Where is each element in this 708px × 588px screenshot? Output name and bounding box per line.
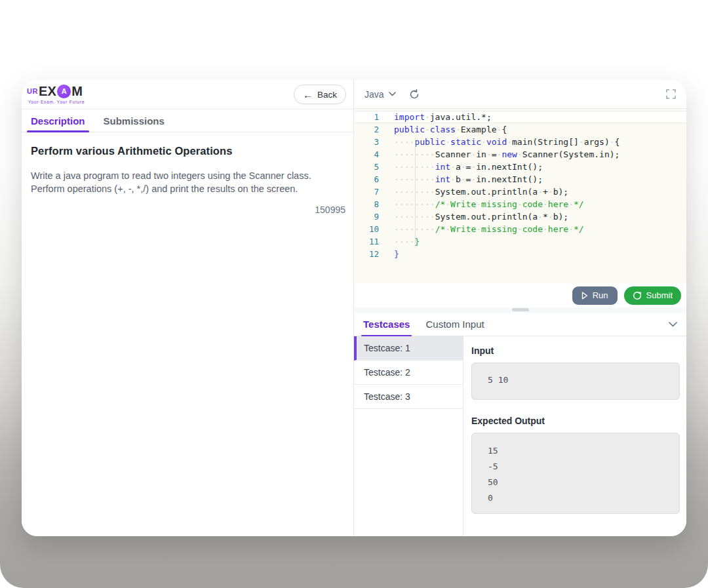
play-icon: [581, 292, 588, 300]
expected-output-line: 0: [488, 490, 663, 506]
line-number: 3: [354, 136, 379, 148]
expected-output-label: Expected Output: [471, 416, 680, 426]
reset-code-button[interactable]: [409, 89, 420, 100]
line-content: public·class·Example·{: [379, 123, 507, 136]
chevron-down-icon: [669, 322, 677, 327]
line-content: ········System.out.println(a·*·b);: [379, 210, 568, 223]
line-content: ········/*·Write·missing·code·here·*/: [379, 198, 584, 210]
code-line[interactable]: 1import·java.util.*;: [354, 111, 686, 123]
line-number: 5: [354, 161, 379, 173]
run-button-label: Run: [593, 290, 608, 300]
line-number: 8: [354, 198, 379, 210]
logo-ex-text: EX: [39, 85, 56, 98]
line-content: ········int·a·=·in.nextInt();: [379, 161, 543, 173]
line-content: ········/*·Write·missing·code·here·*/: [379, 223, 584, 235]
code-line[interactable]: 3····public·static·void·main(String[]·ar…: [354, 136, 686, 148]
code-line[interactable]: 6········int·b·=·in.nextInt();: [354, 173, 686, 186]
input-value: 5 10: [488, 375, 508, 385]
submit-button-label: Submit: [646, 290, 673, 300]
submit-button[interactable]: Submit: [624, 286, 681, 305]
expected-output-line: 50: [488, 475, 663, 490]
code-line[interactable]: 11····}: [354, 235, 686, 248]
line-content: ········int·b·=·in.nextInt();: [379, 173, 543, 186]
line-number: 4: [354, 148, 379, 161]
panel-resizer-handle[interactable]: [354, 307, 686, 313]
code-editor[interactable]: 1import·java.util.*;2public·class·Exampl…: [354, 109, 686, 283]
run-button[interactable]: Run: [572, 286, 618, 305]
logo-tagline: Your Exam. Your Future: [28, 100, 85, 105]
testcase-tabs: Testcases Custom Input: [354, 313, 686, 336]
chevron-down-icon: [389, 92, 396, 96]
editor-actions: Run Submit: [354, 283, 686, 307]
fullscreen-button[interactable]: [666, 89, 676, 99]
tab-submissions[interactable]: Submissions: [104, 109, 165, 132]
line-number: 11: [354, 235, 379, 248]
left-header: UR EX A+ M Your Exam. Your Future ← Back: [22, 80, 353, 109]
expected-output-line: 15: [488, 443, 663, 459]
drag-handle-icon: [512, 308, 529, 311]
problem-tabs: Description Submissions: [22, 109, 353, 132]
line-content: import·java.util.*;: [379, 111, 492, 123]
testcase-detail: Input 5 10 Expected Output 15 -5 50 0: [463, 336, 686, 536]
code-line[interactable]: 7········System.out.println(a·+·b);: [354, 186, 686, 198]
line-number: 6: [354, 173, 379, 186]
app-card: UR EX A+ M Your Exam. Your Future ← Back…: [22, 80, 686, 536]
line-content: }: [379, 248, 399, 260]
editor-panel: Java 1import·java.: [354, 80, 686, 536]
problem-panel: UR EX A+ M Your Exam. Your Future ← Back…: [22, 80, 354, 536]
code-line[interactable]: 9········System.out.println(a·*·b);: [354, 210, 686, 223]
page-background: UR EX A+ M Your Exam. Your Future ← Back…: [0, 0, 708, 588]
reset-icon: [409, 89, 420, 100]
language-select-value: Java: [364, 89, 384, 100]
input-value-box: 5 10: [471, 363, 680, 400]
problem-description: Write a java program to read two integer…: [31, 169, 345, 195]
input-label: Input: [471, 345, 680, 356]
logo-a-badge: A+: [57, 85, 71, 98]
back-arrow-icon: ←: [303, 90, 313, 100]
line-number: 10: [354, 223, 379, 235]
expected-output-box: 15 -5 50 0: [471, 433, 680, 514]
collapse-panel-button[interactable]: [669, 322, 677, 327]
code-lines: 1import·java.util.*;2public·class·Exampl…: [354, 111, 686, 260]
testcase-item-2[interactable]: Testcase: 2: [354, 361, 463, 385]
line-number: 1: [354, 111, 379, 123]
line-number: 7: [354, 186, 379, 198]
code-line[interactable]: 5········int·a·=·in.nextInt();: [354, 161, 686, 173]
tab-testcases[interactable]: Testcases: [363, 313, 410, 336]
logo-m-text: M: [71, 85, 83, 98]
line-number: 12: [354, 248, 379, 260]
back-button-label: Back: [317, 90, 337, 100]
logo-ur-text: UR: [27, 88, 38, 95]
testcase-item-1[interactable]: Testcase: 1: [354, 336, 463, 361]
line-number: 9: [354, 210, 379, 223]
submit-icon: [633, 291, 642, 300]
testcase-section: Testcase: 1 Testcase: 2 Testcase: 3 Inpu…: [354, 336, 686, 536]
language-select[interactable]: Java: [364, 89, 396, 100]
code-line[interactable]: 4········Scanner·in·=·new·Scanner(System…: [354, 148, 686, 161]
line-content: ········System.out.println(a·+·b);: [379, 186, 568, 198]
line-number: 2: [354, 123, 379, 136]
urexam-logo: UR EX A+ M Your Exam. Your Future: [27, 85, 85, 105]
code-line[interactable]: 8········/*·Write·missing·code·here·*/: [354, 198, 686, 210]
line-content: ····}: [379, 235, 420, 248]
tab-description[interactable]: Description: [31, 109, 85, 132]
logo-plus: +: [68, 84, 71, 88]
problem-content: Perform various Arithmetic Operations Wr…: [22, 132, 353, 215]
code-line[interactable]: 10········/*·Write·missing·code·here·*/: [354, 223, 686, 235]
code-line[interactable]: 2public·class·Example·{: [354, 123, 686, 136]
fullscreen-icon: [666, 89, 676, 99]
tab-custom-input[interactable]: Custom Input: [425, 313, 484, 336]
editor-toolbar: Java: [354, 80, 686, 109]
problem-title: Perform various Arithmetic Operations: [31, 145, 345, 157]
expected-output-line: -5: [488, 459, 663, 475]
indent-guide: [415, 138, 416, 247]
back-button[interactable]: ← Back: [294, 85, 346, 104]
testcase-list: Testcase: 1 Testcase: 2 Testcase: 3: [354, 336, 463, 536]
problem-id: 150995: [31, 205, 345, 215]
testcase-item-3[interactable]: Testcase: 3: [354, 385, 463, 409]
code-line[interactable]: 12}: [354, 248, 686, 260]
